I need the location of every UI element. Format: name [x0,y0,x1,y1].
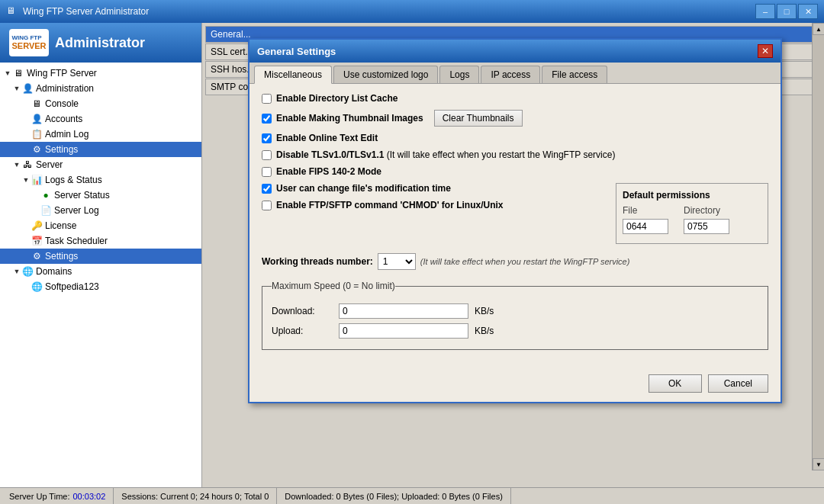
sidebar-label-server: Server [36,159,63,170]
expand-icon-logs: ▼ [21,175,31,185]
enable-fips-label: Enable FIPS 140-2 Mode [276,166,381,177]
tab-logs[interactable]: Logs [439,66,479,83]
sidebar-item-wing-ftp-server[interactable]: ▼ 🖥 Wing FTP Server [0,66,201,81]
scroll-down-button[interactable]: ▼ [813,458,824,470]
server-log-icon: 📄 [40,204,52,217]
enable-thumbnail-label: Enable Making Thumbnail Images [276,113,423,124]
tab-miscellaneous[interactable]: Miscellaneous [254,66,332,84]
sidebar-item-license[interactable]: 🔑 License [0,218,201,233]
window-controls: – □ ✕ [755,4,818,19]
permissions-row: File Directory [623,205,761,234]
speed-legend: Maximum Speed (0 = No limit) [272,281,395,291]
settings-icon: ⚙ [31,143,43,156]
download-input[interactable] [339,303,468,319]
sidebar-item-console[interactable]: 🖥 Console [0,96,201,111]
sidebar-item-server-status[interactable]: ● Server Status [0,188,201,203]
sidebar-label-logs: Logs & Status [45,175,102,185]
dialog-title: General Settings [257,46,336,57]
tab-ip-access[interactable]: IP access [481,66,540,83]
logs-icon: 📊 [31,174,43,186]
spacer5 [31,191,40,200]
sidebar-item-accounts[interactable]: 👤 Accounts [0,111,201,127]
sidebar-item-softpedia[interactable]: 🌐 Softpedia123 [0,279,201,294]
general-settings-dialog: General Settings ✕ Miscellaneous Use cus… [248,38,782,403]
ok-button[interactable]: OK [649,374,702,393]
user-can-change-mtime-label: User can change file's modification time [276,183,451,194]
server-node-icon: 🖧 [21,159,34,171]
threads-select[interactable]: 1 2 4 8 [378,253,416,270]
spacer4 [21,145,31,154]
status-icon: ● [40,189,52,201]
spacer8 [21,236,31,246]
dialog-content: Enable Directory List Cache Enable Makin… [249,84,781,368]
enable-chmod-label: Enable FTP/SFTP command 'CHMOD' for Linu… [276,200,504,210]
sidebar-item-server[interactable]: ▼ 🖧 Server [0,157,201,172]
scroll-up-button[interactable]: ▲ [813,23,824,35]
sidebar-item-task-scheduler[interactable]: 📅 Task Scheduler [0,233,201,249]
upload-row: Upload: KB/s [272,323,758,339]
enable-online-text-checkbox[interactable] [262,133,272,143]
logo-box: WING FTP SERVER [9,29,49,56]
default-permissions-box: Default permissions File Directory [616,183,768,244]
threads-row: Working threads number: 1 2 4 8 (It will… [262,250,768,270]
transfer-segment: Downloaded: 0 Bytes (0 Files); Uploaded:… [277,488,511,504]
enable-thumbnail-checkbox[interactable] [262,114,272,124]
logo-server: SERVER [11,41,46,50]
sidebar: WING FTP SERVER Administrator ▼ 🖥 Wing F… [0,23,202,487]
sidebar-label-softpedia: Softpedia123 [45,281,99,292]
file-perm-label: File [623,205,668,216]
spacer6 [31,206,40,215]
sidebar-label-server-status: Server Status [54,190,110,201]
sidebar-label-administration: Administration [36,83,94,94]
expand-icon-server: ▼ [12,160,21,169]
sidebar-label-task: Task Scheduler [45,236,108,246]
maximize-button[interactable]: □ [777,4,797,19]
sidebar-label-settings: Settings [45,144,78,155]
sidebar-item-settings-admin[interactable]: ⚙ Settings [0,142,201,157]
domains-icon: 🌐 [21,265,34,278]
nav-label-ssl: SSL cert... [211,47,253,57]
tab-use-customized-logo[interactable]: Use customized logo [333,66,438,83]
main-container: WING FTP SERVER Administrator ▼ 🖥 Wing F… [0,23,824,504]
sidebar-item-administration[interactable]: ▼ 👤 Administration [0,81,201,96]
sessions-text: Sessions: Current 0; 24 hours 0; Total 0 [121,492,269,501]
sidebar-item-logs-status[interactable]: ▼ 📊 Logs & Status [0,172,201,188]
max-speed-group: Maximum Speed (0 = No limit) Download: K… [262,281,768,350]
minimize-button[interactable]: – [755,4,775,19]
file-perm-input[interactable] [623,219,668,234]
dialog-close-button[interactable]: ✕ [758,44,773,58]
sidebar-label-domains: Domains [36,266,72,277]
nav-label-general: General... [211,29,251,40]
enable-chmod-checkbox[interactable] [262,201,272,210]
sidebar-label-wing-ftp: Wing FTP Server [27,68,97,79]
dialog-titlebar: General Settings ✕ [249,40,781,63]
upload-input[interactable] [339,323,468,339]
sidebar-item-server-log[interactable]: 📄 Server Log [0,203,201,218]
cancel-button[interactable]: Cancel [708,374,768,393]
file-perm-col: File [623,205,668,234]
task-icon: 📅 [31,235,43,247]
download-row: Download: KB/s [272,303,758,319]
checkbox-row-tls: Disable TLSv1.0/TLSv1.1 (It will take ef… [262,149,768,160]
user-can-change-mtime-checkbox[interactable] [262,184,272,194]
close-button[interactable]: ✕ [798,4,818,19]
enable-online-text-label: Enable Online Text Edit [276,133,378,143]
enable-dir-list-cache-checkbox[interactable] [262,94,272,104]
transfer-text: Downloaded: 0 Bytes (0 Files); Uploaded:… [285,492,503,501]
sidebar-item-admin-log[interactable]: 📋 Admin Log [0,127,201,142]
scroll-thumb[interactable] [813,35,824,458]
tab-file-access[interactable]: File access [542,66,607,83]
sidebar-item-domains[interactable]: ▼ 🌐 Domains [0,264,201,279]
sidebar-label-accounts: Accounts [45,114,82,124]
expand-icon-admin: ▼ [12,84,21,93]
sidebar-title: Administrator [55,35,145,51]
disable-tls-checkbox[interactable] [262,150,272,160]
enable-fips-checkbox[interactable] [262,167,272,177]
clear-thumbnails-button[interactable]: Clear Thumbnails [434,110,523,127]
uptime-label: Server Up Time: [9,492,69,501]
dir-perm-input[interactable] [684,219,729,234]
threads-note: (It will take effect when you restart th… [420,257,630,266]
spacer2 [21,114,31,124]
sidebar-item-settings-server[interactable]: ⚙ Settings [0,249,201,264]
content-area: WING FTP SERVER Administrator ▼ 🖥 Wing F… [0,23,824,487]
